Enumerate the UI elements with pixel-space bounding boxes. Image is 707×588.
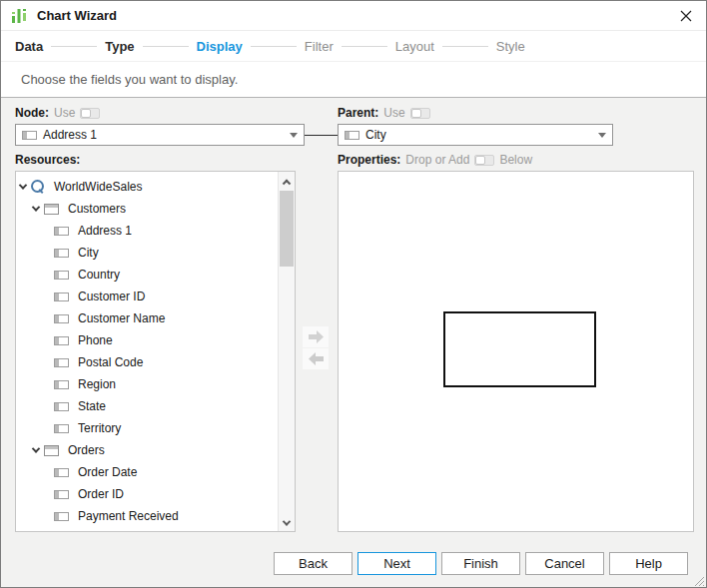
tree-scrollbar[interactable] <box>278 172 295 531</box>
field-icon <box>54 358 69 367</box>
tree-item-label: Orders <box>68 443 105 457</box>
node-use-toggle[interactable] <box>80 108 100 119</box>
add-field-arrow-button[interactable] <box>303 326 329 347</box>
resources-label-row: Resources: <box>15 153 80 167</box>
scroll-up-icon[interactable] <box>279 172 295 189</box>
tree-item-customer-name[interactable]: Customer Name <box>16 307 278 329</box>
tree-item-payment-received[interactable]: Payment Received <box>16 505 278 527</box>
tree-item-label: Customers <box>68 202 126 216</box>
finish-button[interactable]: Finish <box>441 552 520 575</box>
field-icon <box>54 336 69 345</box>
tree-item-country[interactable]: Country <box>16 264 278 286</box>
tree-item-customers[interactable]: Customers <box>16 198 278 220</box>
parent-use-toggle[interactable] <box>410 108 430 119</box>
field-icon <box>54 468 69 477</box>
tree-item-customer-id[interactable]: Customer ID <box>16 286 278 307</box>
node-row: Node: Use <box>15 106 100 120</box>
tree-item-territory[interactable]: Territory <box>16 417 278 439</box>
chevron-down-icon <box>290 133 298 138</box>
parent-field-dropdown[interactable]: City <box>338 124 613 146</box>
parent-label: Parent: <box>338 106 378 120</box>
resources-label: Resources: <box>15 153 80 167</box>
scroll-down-icon[interactable] <box>279 514 295 531</box>
cancel-button[interactable]: Cancel <box>525 552 604 575</box>
tree-item-label: WorldWideSales <box>54 180 142 194</box>
tree-item-label: Customer Name <box>78 311 165 325</box>
node-use-label: Use <box>54 106 75 120</box>
tree-item-orders[interactable]: Orders <box>16 439 278 461</box>
node-label: Node: <box>15 106 49 120</box>
tree-item-label: State <box>78 399 106 413</box>
parent-use-label: Use <box>383 106 404 120</box>
next-button[interactable]: Next <box>357 552 436 575</box>
tree-item-label: Postal Code <box>78 355 143 369</box>
table-icon <box>44 445 59 456</box>
step-connector <box>442 46 488 47</box>
back-button[interactable]: Back <box>274 552 353 575</box>
chevron-down-icon[interactable] <box>32 203 40 211</box>
dialog-title: Chart Wizard <box>37 8 117 23</box>
properties-drop-hint: Drop or Add <box>405 153 469 167</box>
node-selected-field: Address 1 <box>43 128 290 142</box>
arrow-right-icon <box>308 329 325 344</box>
scrollbar-thumb[interactable] <box>280 191 294 267</box>
close-icon[interactable] <box>674 5 698 27</box>
subtitle-bar: Choose the fields you want to display. <box>1 62 706 98</box>
resize-grip-icon[interactable] <box>692 573 705 586</box>
properties-label-row: Properties: Drop or Add Below <box>338 153 532 167</box>
node-field-dropdown[interactable]: Address 1 <box>15 124 305 146</box>
chevron-down-icon[interactable] <box>19 181 27 189</box>
field-icon <box>54 227 69 236</box>
tree-item-label: Order Date <box>78 465 137 479</box>
remove-field-arrow-button[interactable] <box>303 348 329 369</box>
field-icon <box>54 512 69 521</box>
chart-node-placeholder[interactable] <box>443 311 596 387</box>
wizard-subtitle: Choose the fields you want to display. <box>21 72 238 87</box>
title-bar: Chart Wizard <box>1 1 706 31</box>
properties-label: Properties: <box>338 153 400 167</box>
tree-item-phone[interactable]: Phone <box>16 329 278 351</box>
tree-item-label: Address 1 <box>78 224 132 238</box>
chevron-down-icon[interactable] <box>32 444 40 452</box>
step-data[interactable]: Data <box>15 39 43 54</box>
help-button[interactable]: Help <box>609 552 688 575</box>
query-icon <box>31 180 45 194</box>
chart-wizard-dialog: Chart Wizard DataTypeDisplayFilterLayout… <box>0 0 707 588</box>
chart-wizard-icon <box>11 7 29 25</box>
parent-row: Parent: Use <box>338 106 430 120</box>
step-filter[interactable]: Filter <box>305 39 334 54</box>
tree-item-worldwidesales[interactable]: WorldWideSales <box>16 176 278 198</box>
tree-item-label: Phone <box>78 333 113 347</box>
field-icon <box>54 380 69 389</box>
step-display[interactable]: Display <box>197 39 243 54</box>
tree-item-city[interactable]: City <box>16 242 278 264</box>
properties-drop-panel[interactable] <box>338 171 694 532</box>
tree-item-state[interactable]: State <box>16 395 278 417</box>
step-type[interactable]: Type <box>105 39 134 54</box>
tree-item-label: Order ID <box>78 487 124 501</box>
tree-item-label: Payment Received <box>78 509 179 523</box>
main-area: Node: Use Address 1 Parent: Use City Res… <box>1 98 706 588</box>
wizard-steps: DataTypeDisplayFilterLayoutStyle <box>1 32 706 62</box>
properties-below-toggle[interactable] <box>474 155 494 166</box>
step-connector <box>143 46 189 47</box>
tree-item-address-1[interactable]: Address 1 <box>16 220 278 242</box>
tree-item-label: Territory <box>78 421 121 435</box>
properties-below-hint: Below <box>499 153 532 167</box>
resources-tree: WorldWideSalesCustomersAddress 1CityCoun… <box>16 176 278 532</box>
step-style[interactable]: Style <box>496 39 525 54</box>
tree-item-partial[interactable] <box>16 527 278 532</box>
step-layout[interactable]: Layout <box>395 39 434 54</box>
arrow-left-icon <box>308 351 325 366</box>
step-connector <box>51 46 97 47</box>
tree-item-label: City <box>78 246 99 260</box>
node-parent-connector <box>305 135 338 136</box>
tree-item-order-date[interactable]: Order Date <box>16 461 278 483</box>
tree-item-label: Customer ID <box>78 290 145 303</box>
tree-item-order-id[interactable]: Order ID <box>16 483 278 505</box>
tree-item-region[interactable]: Region <box>16 373 278 395</box>
parent-selected-field: City <box>365 128 598 142</box>
tree-item-postal-code[interactable]: Postal Code <box>16 351 278 373</box>
field-icon <box>54 293 69 301</box>
field-icon <box>54 490 69 499</box>
